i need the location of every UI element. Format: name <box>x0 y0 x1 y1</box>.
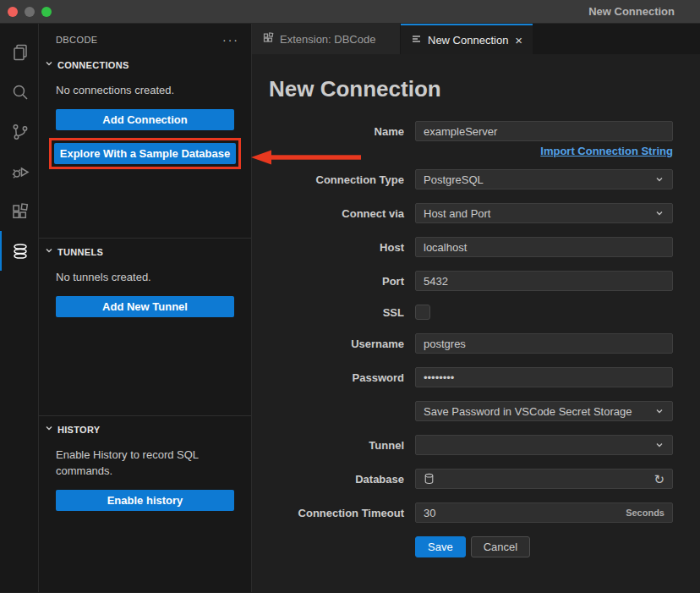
add-connection-button[interactable]: Add Connection <box>56 109 234 130</box>
tab-bar: Extension: DBCode New Connection × <box>252 24 700 54</box>
tab-label: Extension: DBCode <box>280 33 375 46</box>
form-row-ssl: SSL <box>269 305 673 320</box>
pane-title: DBCODE <box>56 35 97 45</box>
form-row-save-password: Save Password in VSCode Secret Storage <box>269 401 673 421</box>
form-row-timeout: Connection Timeout Seconds <box>269 502 673 523</box>
vscode-window: New Connection <box>0 0 700 593</box>
form-row-username: Username <box>269 333 673 354</box>
ssl-label: SSL <box>269 306 404 319</box>
tunnels-section-title: TUNNELS <box>57 247 103 257</box>
zoom-window-icon[interactable] <box>41 7 52 17</box>
chevron-down-icon <box>43 422 57 437</box>
name-label: Name <box>269 125 404 138</box>
save-password-value: Save Password in VSCode Secret Storage <box>424 405 632 418</box>
connect-via-select[interactable]: Host and Port <box>415 203 673 223</box>
more-actions-icon[interactable]: ··· <box>222 33 239 47</box>
port-input[interactable] <box>415 271 673 291</box>
connections-section-title: CONNECTIONS <box>57 60 129 70</box>
form-row-name: Name <box>269 121 673 141</box>
connection-type-value: PostgreSQL <box>424 173 484 186</box>
password-label: Password <box>269 371 404 384</box>
chevron-down-icon <box>654 208 664 218</box>
form-row-password: Password <box>269 367 673 387</box>
enable-history-button[interactable]: Enable history <box>56 490 234 511</box>
connection-type-select[interactable]: PostgreSQL <box>415 169 673 189</box>
search-icon[interactable] <box>0 72 38 112</box>
history-section-title: HISTORY <box>57 425 100 435</box>
name-input[interactable] <box>415 121 673 141</box>
pane-header: DBCODE ··· <box>39 24 251 56</box>
title-bar: New Connection <box>0 0 700 24</box>
form-row-host: Host <box>269 237 673 257</box>
timeout-field: Seconds <box>415 502 673 523</box>
import-connection-string-link[interactable]: Import Connection String <box>415 145 673 157</box>
database-label: Database <box>269 473 404 486</box>
save-button[interactable]: Save <box>415 536 466 557</box>
run-and-debug-icon[interactable] <box>0 151 38 191</box>
timeout-input[interactable] <box>424 507 626 519</box>
list-form-icon <box>411 33 423 47</box>
tab-new-connection[interactable]: New Connection × <box>401 24 533 54</box>
chevron-down-icon <box>43 58 57 73</box>
cancel-button[interactable]: Cancel <box>471 536 530 557</box>
tunnels-section-header[interactable]: TUNNELS <box>39 243 251 261</box>
tunnel-select[interactable] <box>415 435 673 455</box>
database-cylinder-icon <box>424 473 435 485</box>
port-label: Port <box>269 275 404 288</box>
history-hint-text: Enable History to record SQL commands. <box>56 447 242 480</box>
extension-icon <box>262 31 275 47</box>
refresh-icon[interactable]: ↻ <box>654 473 664 486</box>
explore-sample-database-button[interactable]: Explore With a Sample Database <box>54 143 236 164</box>
connect-via-value: Host and Port <box>424 207 491 220</box>
form-row-connect-via: Connect via Host and Port <box>269 203 673 223</box>
window-controls <box>0 7 52 17</box>
username-label: Username <box>269 338 404 350</box>
connections-empty-text: No connections created. <box>56 83 234 99</box>
form-row-database: Database ↻ <box>269 469 673 489</box>
highlight-red-box: Explore With a Sample Database <box>49 138 241 169</box>
chevron-down-icon <box>654 440 664 450</box>
explorer-icon[interactable] <box>0 32 38 72</box>
history-section-header[interactable]: HISTORY <box>39 420 251 439</box>
username-input[interactable] <box>415 333 673 354</box>
tunnels-empty-text: No tunnels created. <box>56 270 234 286</box>
annotation-arrow <box>251 147 363 167</box>
extensions-icon[interactable] <box>0 191 38 231</box>
connections-section: CONNECTIONS No connections created. Add … <box>39 56 251 238</box>
database-picker[interactable]: ↻ <box>415 469 673 489</box>
chevron-down-icon <box>654 406 664 416</box>
sidebar: DBCODE ··· CONNECTIONS No connections cr… <box>39 24 252 592</box>
database-icon[interactable] <box>0 231 38 271</box>
history-section: HISTORY Enable History to record SQL com… <box>39 415 251 592</box>
password-input[interactable] <box>415 367 673 387</box>
host-input[interactable] <box>415 237 673 257</box>
tunnel-label: Tunnel <box>269 439 404 452</box>
source-control-icon[interactable] <box>0 112 38 151</box>
add-new-tunnel-button[interactable]: Add New Tunnel <box>56 296 234 317</box>
page-title: New Connection <box>269 76 673 102</box>
editor-area: Extension: DBCode New Connection × New C… <box>252 24 700 592</box>
window-title: New Connection <box>588 5 700 18</box>
ssl-checkbox[interactable] <box>415 305 430 320</box>
form-row-tunnel: Tunnel <box>269 435 673 455</box>
tab-label: New Connection <box>428 34 508 47</box>
connect-via-label: Connect via <box>269 207 404 220</box>
host-label: Host <box>269 241 404 254</box>
minimize-window-icon[interactable] <box>25 7 35 17</box>
timeout-unit: Seconds <box>626 508 664 518</box>
form-actions: Save Cancel <box>415 536 673 557</box>
activity-bar <box>0 24 39 592</box>
timeout-label: Connection Timeout <box>269 507 404 519</box>
tab-extension-dbcode[interactable]: Extension: DBCode <box>252 24 401 54</box>
new-connection-form: New Connection Name Import Connection St… <box>252 54 700 592</box>
chevron-down-icon <box>654 174 664 184</box>
connection-type-label: Connection Type <box>269 173 404 186</box>
close-tab-icon[interactable]: × <box>515 34 522 47</box>
connections-section-header[interactable]: CONNECTIONS <box>39 56 251 74</box>
chevron-down-icon <box>43 244 57 260</box>
save-password-select[interactable]: Save Password in VSCode Secret Storage <box>415 401 673 421</box>
form-row-port: Port <box>269 271 673 291</box>
tunnels-section: TUNNELS No tunnels created. Add New Tunn… <box>39 238 251 415</box>
form-row-connection-type: Connection Type PostgreSQL <box>269 169 673 189</box>
close-window-icon[interactable] <box>8 7 18 17</box>
